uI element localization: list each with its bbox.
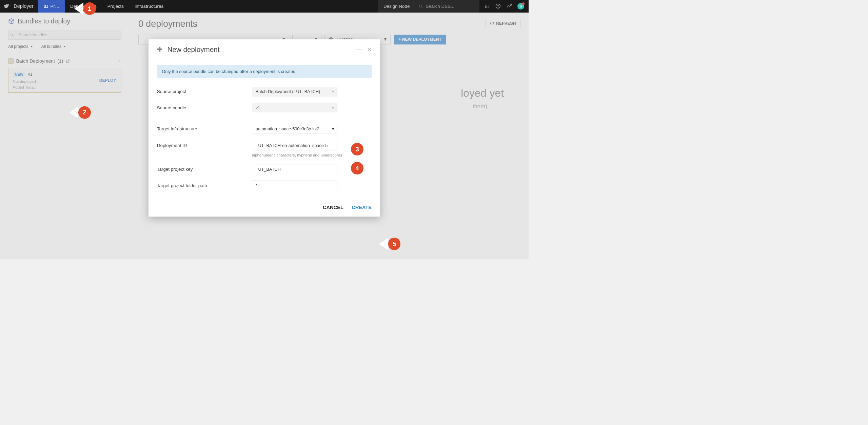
source-project-select: Batch Deployment (TUT_BATCH) ▾ — [252, 87, 337, 96]
row-deployment-id: Deployment ID alphanumeric characters, h… — [157, 137, 372, 161]
row-target-infra: Target infrastructure automation_space-5… — [157, 121, 372, 136]
activity-icon[interactable] — [506, 3, 512, 9]
global-search-input[interactable] — [426, 4, 476, 9]
modal-body: Only the source bundle can be changed af… — [149, 60, 380, 200]
nav-tab-label: Pr… — [51, 4, 60, 9]
apps-grid-icon[interactable] — [484, 3, 490, 9]
caret-down-icon: ▾ — [332, 126, 334, 131]
caret-down-icon: ▾ — [332, 105, 334, 110]
row-target-project-key: Target project key — [157, 161, 372, 177]
nav-right: Design Node S — [378, 0, 529, 13]
nav-tab-projects[interactable]: Projects — [102, 0, 129, 13]
row-source-bundle: Source bundle v1 ▾ — [157, 99, 372, 115]
info-banner: Only the source bundle can be changed af… — [157, 65, 372, 78]
nav-tabs: Pr… Deployments Projects Infrastructures — [38, 0, 169, 13]
target-project-key-input[interactable] — [252, 165, 337, 174]
svg-point-10 — [485, 7, 486, 8]
source-bundle-select: v1 ▾ — [252, 103, 337, 112]
svg-point-7 — [485, 6, 486, 6]
modal-title: New deployment — [167, 45, 219, 54]
annotation-marker-4: 4 — [351, 162, 363, 174]
svg-rect-1 — [46, 5, 48, 7]
global-search[interactable] — [415, 0, 479, 13]
annotation-marker-5: 5 — [388, 238, 401, 250]
cancel-button[interactable]: CANCEL — [323, 205, 343, 210]
notification-dot-icon — [522, 2, 525, 5]
svg-point-12 — [488, 7, 489, 8]
svg-point-4 — [485, 4, 486, 5]
annotation-marker-1: 1 — [83, 2, 96, 15]
logo-bird-icon[interactable] — [0, 3, 13, 9]
svg-point-11 — [487, 7, 487, 8]
nav-tab-label: Projects — [107, 4, 124, 9]
svg-rect-0 — [44, 5, 45, 7]
svg-line-3 — [422, 7, 423, 8]
deployment-id-input[interactable] — [252, 141, 337, 150]
svg-point-2 — [420, 5, 422, 7]
annotation-marker-3: 3 — [351, 143, 363, 155]
svg-point-5 — [487, 4, 487, 5]
app-name: Deployer — [13, 3, 39, 9]
nav-icon-group: S — [479, 3, 529, 10]
target-infra-select[interactable]: automation_space-500c3c3c-int2 ▾ — [252, 124, 337, 133]
close-icon[interactable]: ✕ — [367, 47, 372, 52]
svg-point-9 — [488, 6, 489, 6]
help-icon[interactable] — [495, 3, 501, 9]
svg-point-6 — [488, 4, 489, 5]
modal-footer: CANCEL CREATE — [149, 200, 380, 217]
row-target-folder: Target project folder path — [157, 177, 372, 193]
svg-point-14 — [498, 7, 498, 8]
row-source-project: Source project Batch Deployment (TUT_BAT… — [157, 84, 372, 99]
minimize-icon[interactable]: — — [357, 47, 362, 52]
annotation-marker-2: 2 — [78, 106, 91, 119]
nav-tab-pr[interactable]: Pr… — [38, 0, 65, 13]
new-deployment-modal: ✚ New deployment — ✕ Only the source bun… — [149, 39, 380, 217]
user-avatar[interactable]: S — [517, 3, 524, 10]
svg-point-8 — [487, 6, 487, 6]
nav-tab-label: Infrastructures — [135, 4, 163, 9]
modal-header: ✚ New deployment — ✕ — [149, 39, 380, 60]
plus-icon: ✚ — [157, 45, 162, 53]
caret-down-icon: ▾ — [332, 89, 334, 94]
search-icon — [419, 4, 423, 8]
nav-tab-infrastructures[interactable]: Infrastructures — [129, 0, 169, 13]
target-folder-input[interactable] — [252, 181, 337, 190]
design-node-button[interactable]: Design Node — [378, 0, 415, 13]
create-button[interactable]: CREATE — [352, 205, 372, 210]
